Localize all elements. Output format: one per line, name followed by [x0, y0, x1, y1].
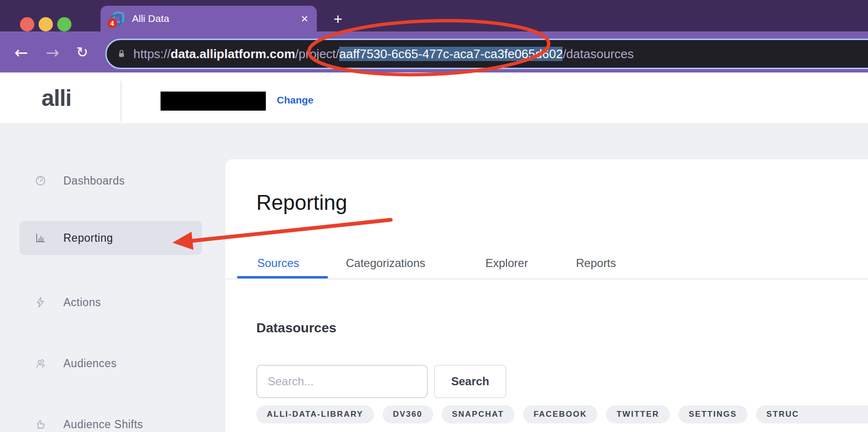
- tab-explorer[interactable]: Explorer: [485, 256, 528, 271]
- new-tab-button[interactable]: +: [333, 11, 343, 27]
- search-button[interactable]: Search: [434, 365, 506, 398]
- app-header: alli Change: [0, 72, 868, 123]
- url-path-after: /datasources: [563, 47, 634, 61]
- window-minimize-button[interactable]: [39, 17, 53, 31]
- chip-settings[interactable]: SETTINGS: [678, 405, 747, 423]
- tabs-divider: [225, 278, 868, 279]
- sidebar-item-dashboards[interactable]: Dashboards: [20, 164, 202, 198]
- gauge-icon: [35, 175, 46, 186]
- notification-badge: 4: [107, 18, 117, 28]
- sidebar-item-label: Reporting: [63, 232, 113, 245]
- bar-chart-icon: [35, 232, 46, 244]
- reload-button[interactable]: ↻: [76, 44, 88, 61]
- content-card: Reporting Sources Categorizations Explor…: [225, 159, 868, 432]
- sidebar-item-label: Actions: [63, 296, 101, 309]
- header-divider: [121, 81, 121, 121]
- tab-reports[interactable]: Reports: [576, 256, 616, 271]
- sidebar-item-reporting[interactable]: Reporting: [20, 221, 202, 255]
- chip-dv360[interactable]: DV360: [383, 405, 433, 423]
- browser-titlebar: 4 Alli Data × +: [0, 0, 868, 31]
- people-icon: [35, 358, 46, 369]
- change-project-link[interactable]: Change: [277, 94, 313, 106]
- tab-title: Alli Data: [132, 13, 301, 24]
- sidebar-item-label: Dashboards: [63, 175, 125, 187]
- page-title: Reporting: [256, 191, 347, 215]
- page-body: Dashboards Reporting Actions Audiences A…: [0, 123, 868, 432]
- url-host: data.alliplatform.com: [171, 47, 295, 61]
- alli-logo: alli: [41, 85, 71, 111]
- sidebar-item-actions[interactable]: Actions: [20, 285, 202, 319]
- tab-categorizations[interactable]: Categorizations: [346, 256, 425, 271]
- forward-button[interactable]: →: [46, 43, 60, 62]
- redacted-project-name: [161, 92, 266, 111]
- chip-snapchat[interactable]: SNAPCHAT: [442, 405, 515, 423]
- window-zoom-button[interactable]: [57, 17, 71, 31]
- tab-close-icon[interactable]: ×: [301, 12, 308, 25]
- browser-tab[interactable]: 4 Alli Data ×: [101, 6, 317, 31]
- sidebar-item-audiences[interactable]: Audiences: [20, 346, 202, 381]
- url-path-before: /project/: [295, 47, 340, 61]
- chip-twitter[interactable]: TWITTER: [606, 405, 670, 423]
- chip-facebook[interactable]: FACEBOOK: [523, 405, 597, 423]
- address-bar[interactable]: https://data.alliplatform.com/project/aa…: [105, 39, 868, 69]
- back-button[interactable]: ←: [14, 43, 28, 62]
- sidebar-item-label: Audiences: [63, 357, 117, 370]
- tab-sources[interactable]: Sources: [257, 256, 299, 271]
- datasource-chips-row: ALLI-DATA-LIBRARY DV360 SNAPCHAT FACEBOO…: [256, 405, 868, 423]
- section-title: Datasources: [256, 320, 336, 336]
- chip-alli-data-library[interactable]: ALLI-DATA-LIBRARY: [256, 405, 374, 423]
- thumbs-up-icon: [35, 419, 46, 430]
- search-input[interactable]: [256, 365, 428, 398]
- sidebar-item-audience-shifts[interactable]: Audience Shifts: [20, 407, 202, 432]
- chip-struc-cut[interactable]: STRUC: [756, 405, 868, 423]
- tab-favicon: 4: [109, 10, 125, 27]
- url-scheme: https://: [133, 47, 171, 61]
- url-text: https://data.alliplatform.com/project/aa…: [133, 47, 634, 62]
- lightning-icon: [35, 297, 46, 308]
- browser-toolbar: ← → ↻ https://data.alliplatform.com/proj…: [0, 31, 868, 72]
- window-close-button[interactable]: [20, 17, 34, 31]
- url-selected-project-id: aaff7530-6c65-477c-aca7-ca3fe065d602: [339, 47, 563, 61]
- lock-icon: [116, 48, 127, 60]
- sidebar-item-label: Audience Shifts: [63, 418, 143, 431]
